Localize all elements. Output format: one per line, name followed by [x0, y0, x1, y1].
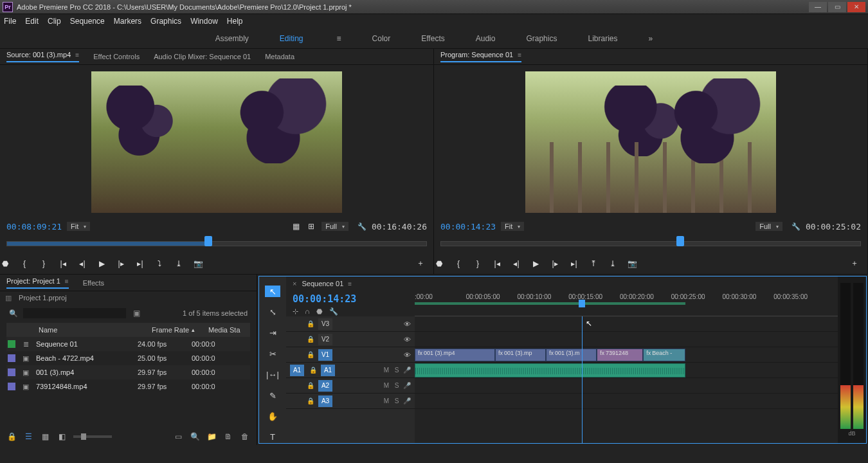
mark-out-icon[interactable]: } [39, 259, 49, 269]
source-resolution[interactable]: Full▾ [321, 222, 348, 231]
solo-icon[interactable]: S [393, 397, 401, 404]
source-video[interactable] [91, 71, 342, 213]
timeline-playhead[interactable] [579, 300, 585, 307]
source-playhead[interactable] [204, 236, 212, 246]
audio-clip[interactable] [415, 363, 685, 377]
marker-icon[interactable]: ⬣ [434, 259, 444, 269]
video-clip[interactable]: fx001 (3).mp4 [415, 349, 495, 361]
lift-icon[interactable]: ⤒ [588, 259, 599, 269]
menu-window[interactable]: Window [190, 17, 218, 26]
mark-out-icon[interactable]: } [473, 259, 483, 269]
program-playhead[interactable] [676, 236, 684, 246]
search-input[interactable] [23, 308, 126, 318]
lock-icon[interactable]: 🔒 [307, 351, 316, 358]
audio-track-header[interactable]: 🔒A3MS🎤 [286, 394, 415, 409]
overwrite-icon[interactable]: ⤓ [174, 259, 184, 269]
export-frame-icon[interactable]: 📷 [627, 259, 637, 269]
settings-icon[interactable]: 🔧 [791, 222, 800, 231]
linked-selection-icon[interactable]: ∩ [305, 307, 310, 316]
play-icon[interactable]: ▶ [530, 259, 541, 269]
tab-metadata[interactable]: Metadata [265, 53, 294, 60]
automate-icon[interactable]: ▭ [173, 431, 183, 442]
lock-icon[interactable]: 🔒 [307, 336, 316, 343]
menu-graphics[interactable]: Graphics [150, 17, 181, 26]
type-tool[interactable]: T [265, 431, 280, 443]
tab-source[interactable]: Source: 001 (3).mp4 ≡ [6, 51, 79, 62]
track-target[interactable]: V2 [318, 334, 332, 345]
maximize-button[interactable]: ▭ [828, 2, 846, 12]
slip-tool[interactable]: |↔| [265, 369, 280, 381]
list-item[interactable]: ≣ Sequence 01 24.00 fps 00:00:0 [6, 337, 250, 351]
panel-menu-icon[interactable]: ≡ [75, 51, 79, 59]
step-forward-icon[interactable]: |▸ [550, 259, 560, 269]
menu-file[interactable]: File [4, 17, 16, 26]
mute-icon[interactable]: M [383, 397, 390, 404]
go-to-in-icon[interactable]: |◂ [492, 259, 502, 269]
track-target[interactable]: V1 [318, 349, 332, 361]
lock-icon[interactable]: 🔒 [307, 320, 316, 327]
marker-add-icon[interactable]: ⬣ [316, 307, 323, 316]
track-target[interactable]: A2 [318, 380, 332, 392]
freeform-view-icon[interactable]: ◧ [57, 431, 67, 442]
export-frame-icon[interactable]: 📷 [193, 259, 203, 269]
source-scrub[interactable] [6, 236, 427, 253]
lock-icon[interactable]: 🔒 [6, 431, 17, 442]
settings-icon[interactable]: 🔧 [357, 222, 366, 231]
voice-over-icon[interactable]: 🎤 [403, 382, 411, 389]
workspace-libraries[interactable]: Libraries [588, 34, 617, 43]
track-target[interactable]: V3 [318, 318, 332, 330]
toggle-output-icon[interactable]: 👁 [404, 336, 411, 343]
track-area[interactable]: fx001 (3).mp4fx001 (3).mpfx001 (3).mfx73… [415, 316, 838, 443]
tab-audio-clip-mixer[interactable]: Audio Clip Mixer: Sequence 01 [154, 53, 251, 60]
source-patch[interactable]: A1 [290, 365, 304, 376]
toggle-output-icon[interactable]: 👁 [404, 320, 411, 328]
ripple-edit-tool[interactable]: ⇥ [265, 327, 280, 339]
hand-tool[interactable]: ✋ [265, 410, 280, 422]
new-item-icon[interactable]: 🗎 [223, 431, 233, 442]
marker-icon[interactable]: ⬣ [0, 259, 10, 269]
list-item[interactable]: ▣ 001 (3).mp4 29.97 fps 00:00:0 [6, 365, 250, 379]
drag-video-icon[interactable]: ⊞ [306, 221, 316, 232]
video-clip[interactable]: fx001 (3).m [546, 349, 597, 361]
voice-over-icon[interactable]: 🎤 [403, 397, 411, 404]
step-forward-icon[interactable]: |▸ [116, 259, 126, 269]
program-resolution[interactable]: Full▾ [755, 222, 782, 231]
program-zoom-fit[interactable]: Fit▾ [501, 222, 524, 231]
step-back-icon[interactable]: ◂| [77, 259, 87, 269]
menu-markers[interactable]: Markers [114, 17, 141, 26]
list-item[interactable]: ▣ 739124848.mp4 29.97 fps 00:00:0 [6, 379, 250, 394]
tab-effect-controls[interactable]: Effect Controls [93, 53, 140, 60]
video-track-header[interactable]: 🔒V2👁 [286, 332, 415, 347]
menu-clip[interactable]: Clip [48, 17, 61, 26]
panel-menu-icon[interactable]: ≡ [518, 51, 521, 59]
voice-over-icon[interactable]: 🎤 [403, 367, 411, 374]
step-back-icon[interactable]: ◂| [511, 259, 521, 269]
timeline-timecode[interactable]: 00:00:14:23 [293, 293, 408, 305]
col-media-start[interactable]: Media Sta [208, 326, 240, 334]
compose-icon[interactable]: ▦ [291, 221, 301, 232]
workspace-editing[interactable]: Editing [280, 34, 303, 43]
play-icon[interactable]: ▶ [96, 259, 107, 269]
menu-sequence[interactable]: Sequence [70, 17, 105, 26]
source-zoom-fit[interactable]: Fit▾ [67, 222, 90, 231]
list-view-icon[interactable]: ☰ [23, 431, 33, 442]
trash-icon[interactable]: 🗑 [240, 431, 250, 442]
minimize-button[interactable]: — [809, 2, 827, 12]
button-editor-icon[interactable]: ＋ [849, 259, 860, 269]
snap-icon[interactable]: ⊹ [293, 307, 298, 316]
panel-menu-icon[interactable]: ≡ [65, 278, 69, 285]
razor-tool[interactable]: ✂ [265, 348, 280, 359]
settings-spanner-icon[interactable]: 🔧 [329, 307, 338, 316]
time-ruler[interactable]: :00:0000:00:05:0000:00:10:0000:00:15:000… [415, 291, 838, 316]
tab-program[interactable]: Program: Sequence 01 ≡ [440, 51, 521, 62]
col-frame-rate[interactable]: Frame Rate▴ [152, 326, 204, 334]
panel-menu-icon[interactable]: ≡ [348, 280, 352, 287]
extract-icon[interactable]: ⤓ [608, 259, 618, 269]
video-clip[interactable]: fxBeach - [643, 349, 685, 361]
program-scrub[interactable] [440, 236, 861, 253]
mute-icon[interactable]: M [383, 382, 390, 389]
source-timecode-in[interactable]: 00:08:09:21 [6, 222, 62, 232]
track-target[interactable]: A3 [318, 395, 332, 407]
lock-icon[interactable]: 🔒 [307, 382, 316, 389]
list-item[interactable]: ▣ Beach - 4722.mp4 25.00 fps 00:00:0 [6, 351, 250, 365]
